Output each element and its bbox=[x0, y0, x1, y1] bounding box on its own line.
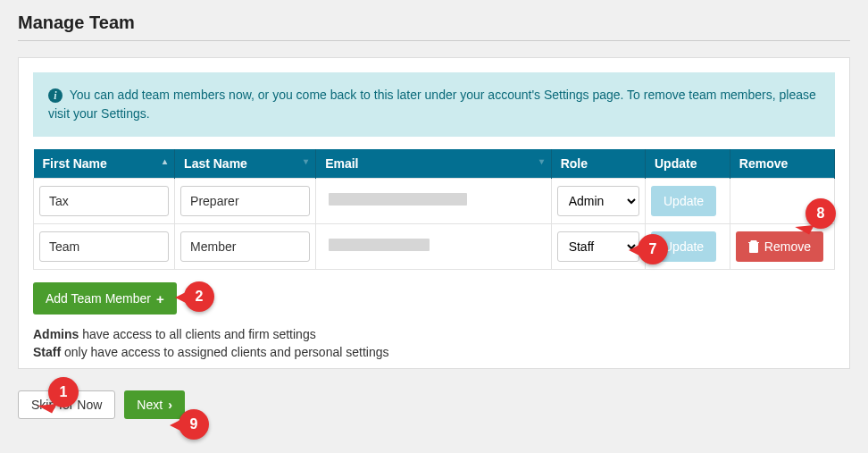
admin-role-prefix: Admins bbox=[33, 327, 79, 341]
info-banner: i You can add team members now, or you c… bbox=[33, 72, 835, 137]
info-icon: i bbox=[48, 88, 63, 103]
last-name-input[interactable] bbox=[180, 186, 310, 216]
title-divider bbox=[18, 40, 850, 41]
next-button-label: Next bbox=[137, 398, 163, 412]
plus-icon: + bbox=[156, 291, 164, 306]
page-title: Manage Team bbox=[18, 13, 850, 33]
col-first-name[interactable]: First Name bbox=[34, 149, 175, 179]
chevron-right-icon: › bbox=[168, 398, 172, 412]
col-update: Update bbox=[646, 149, 730, 179]
first-name-input[interactable] bbox=[39, 231, 169, 262]
col-role: Role bbox=[551, 149, 645, 179]
col-last-name[interactable]: Last Name bbox=[175, 149, 316, 179]
next-button[interactable]: Next › bbox=[124, 390, 184, 419]
staff-role-text: only have access to assigned clients and… bbox=[61, 345, 388, 359]
info-banner-text: You can add team members now, or you com… bbox=[48, 88, 816, 121]
update-button[interactable]: Update bbox=[651, 231, 716, 262]
trash-icon bbox=[748, 240, 759, 253]
table-row: Admin Update bbox=[34, 179, 835, 224]
staff-role-prefix: Staff bbox=[33, 345, 61, 359]
table-row: Staff Update Remove bbox=[34, 224, 835, 270]
admin-role-text: have access to all clients and firm sett… bbox=[79, 327, 315, 341]
team-panel: i You can add team members now, or you c… bbox=[18, 57, 850, 369]
update-button[interactable]: Update bbox=[651, 186, 716, 216]
email-redacted bbox=[329, 193, 467, 206]
admin-role-desc: Admins have access to all clients and fi… bbox=[33, 327, 835, 341]
staff-role-desc: Staff only have access to assigned clien… bbox=[33, 345, 835, 359]
add-team-member-label: Add Team Member bbox=[46, 291, 151, 306]
role-select[interactable]: Staff bbox=[557, 231, 639, 262]
add-team-member-button[interactable]: Add Team Member + bbox=[33, 282, 177, 315]
team-table: First Name Last Name Email Role Update R… bbox=[33, 149, 835, 270]
last-name-input[interactable] bbox=[180, 231, 310, 262]
email-redacted bbox=[329, 239, 430, 251]
remove-button-label: Remove bbox=[764, 239, 811, 254]
bottom-buttons: Skip for Now Next › bbox=[18, 390, 850, 419]
col-remove: Remove bbox=[730, 149, 834, 179]
first-name-input[interactable] bbox=[39, 186, 169, 216]
remove-button[interactable]: Remove bbox=[736, 231, 823, 262]
col-email[interactable]: Email bbox=[316, 149, 551, 179]
skip-button[interactable]: Skip for Now bbox=[18, 390, 115, 419]
role-select[interactable]: Admin bbox=[557, 186, 639, 216]
